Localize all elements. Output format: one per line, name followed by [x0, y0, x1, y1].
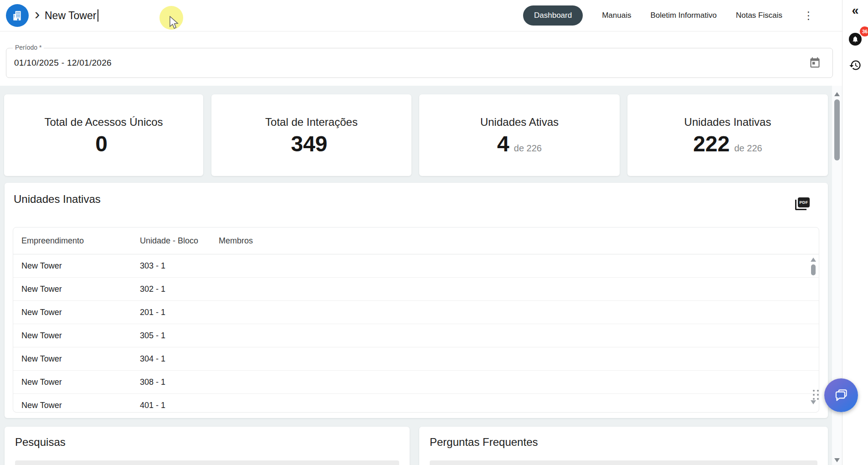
main-scrollbar-thumb[interactable] — [834, 99, 840, 160]
cell-unidade-bloco: 305 - 1 — [140, 331, 219, 341]
cell-unidade-bloco: 308 - 1 — [140, 377, 219, 387]
calendar-icon[interactable] — [809, 57, 821, 69]
period-field-label: Período * — [13, 44, 44, 51]
cell-empreendimento: New Tower — [13, 308, 140, 317]
mouse-cursor-icon — [169, 16, 179, 29]
collapse-panel-icon[interactable]: « — [852, 5, 858, 17]
period-field[interactable]: Período * 01/10/2025 - 12/01/2026 — [6, 48, 833, 78]
panel-title: Unidades Inativas — [14, 193, 101, 206]
stat-card-title: Unidades Inativas — [684, 116, 771, 129]
table-row[interactable]: New Tower 305 - 1 — [13, 324, 819, 347]
table-scroll-up-icon[interactable] — [811, 258, 816, 262]
cell-unidade-bloco: 302 - 1 — [140, 284, 219, 294]
nav-item[interactable]: Dashboard — [523, 5, 583, 26]
cell-empreendimento: New Tower — [13, 354, 140, 364]
period-field-value[interactable]: 01/10/2025 - 12/01/2026 — [14, 58, 112, 68]
history-icon[interactable] — [849, 59, 862, 72]
stat-card-value: 0 — [95, 133, 108, 155]
table-scrollbar-thumb[interactable] — [811, 264, 816, 275]
cell-empreendimento: New Tower — [13, 331, 140, 341]
stat-card-suffix: de 226 — [734, 143, 762, 154]
top-header: › New Tower Dashboard Manuais Boletim In… — [0, 0, 842, 31]
cell-empreendimento: New Tower — [13, 377, 140, 387]
cell-empreendimento: New Tower — [13, 401, 140, 410]
stat-card: Unidades Inativas 222 de 226 — [627, 94, 828, 176]
click-highlight — [159, 6, 183, 30]
perguntas-frequentes-panel: Perguntas Frequentes — [419, 427, 828, 465]
stat-card-title: Unidades Ativas — [480, 116, 559, 129]
main-column: › New Tower Dashboard Manuais Boletim In… — [0, 0, 842, 465]
table-row[interactable]: New Tower 201 - 1 — [13, 301, 819, 324]
cell-empreendimento: New Tower — [13, 261, 140, 271]
breadcrumb-chevron-icon: › — [35, 5, 40, 23]
column-header: Unidade - Bloco — [140, 236, 219, 246]
cell-unidade-bloco: 201 - 1 — [140, 308, 219, 317]
column-header: Membros — [219, 236, 819, 246]
cell-unidade-bloco: 304 - 1 — [140, 354, 219, 364]
building-icon — [11, 10, 23, 21]
cell-empreendimento: New Tower — [13, 284, 140, 294]
page-title-input[interactable]: New Tower — [45, 10, 98, 22]
table-row[interactable]: New Tower 304 - 1 — [13, 347, 819, 371]
cell-unidade-bloco: 303 - 1 — [140, 261, 219, 271]
stat-card-title: Total de Acessos Únicos — [44, 116, 163, 129]
notification-badge: 36 — [860, 26, 868, 36]
app-logo-button[interactable] — [6, 4, 29, 27]
more-menu-button[interactable]: ⋮ — [801, 10, 816, 21]
drag-handle[interactable] — [813, 390, 822, 403]
chat-button[interactable] — [824, 378, 858, 412]
stat-card-value: 4 — [497, 133, 509, 155]
inactive-units-panel: Unidades Inativas PDF Empreendimento Uni… — [5, 183, 828, 418]
panel-title: Perguntas Frequentes — [430, 436, 538, 449]
panel-content-header-bar — [15, 460, 399, 465]
nav-item[interactable]: Notas Fiscais — [736, 11, 782, 20]
table-row[interactable]: New Tower 401 - 1 — [13, 394, 819, 413]
panel-title: Pesquisas — [15, 436, 66, 449]
column-header: Empreendimento — [13, 236, 140, 246]
stat-card: Total de Acessos Únicos 0 — [4, 94, 203, 176]
top-nav: Dashboard Manuais Boletim Informativo No… — [523, 0, 816, 31]
pesquisas-panel: Pesquisas — [5, 427, 410, 465]
stat-card-value: 222 — [693, 133, 729, 155]
inactive-units-table: Empreendimento Unidade - Bloco Membros N… — [13, 227, 819, 413]
chat-icon — [832, 387, 850, 404]
table-row[interactable]: New Tower 302 - 1 — [13, 278, 819, 301]
scroll-up-icon[interactable] — [834, 92, 840, 96]
pdf-export-icon[interactable]: PDF — [795, 197, 810, 211]
stat-card-value: 349 — [291, 133, 327, 155]
table-row[interactable]: New Tower 308 - 1 — [13, 371, 819, 394]
table-row[interactable]: New Tower 303 - 1 — [13, 254, 819, 278]
scroll-down-icon[interactable] — [834, 458, 840, 462]
stat-card-suffix: de 226 — [514, 143, 542, 154]
panel-content-header-bar — [430, 460, 817, 465]
stat-card: Total de Interações 349 — [211, 94, 411, 176]
cell-unidade-bloco: 401 - 1 — [140, 401, 219, 410]
pdf-label: PDF — [798, 197, 810, 207]
notifications-bell-icon[interactable] — [849, 33, 862, 46]
stat-card: Unidades Ativas 4 de 226 — [419, 94, 620, 176]
nav-item[interactable]: Manuais — [602, 11, 631, 20]
table-header-row: Empreendimento Unidade - Bloco Membros — [13, 227, 819, 254]
content-area: Total de Acessos Únicos 0 Total de Inter… — [0, 86, 832, 465]
nav-item[interactable]: Boletim Informativo — [650, 11, 717, 20]
stat-card-title: Total de Interações — [265, 116, 358, 129]
filter-bar: Período * 01/10/2025 - 12/01/2026 — [0, 31, 842, 87]
